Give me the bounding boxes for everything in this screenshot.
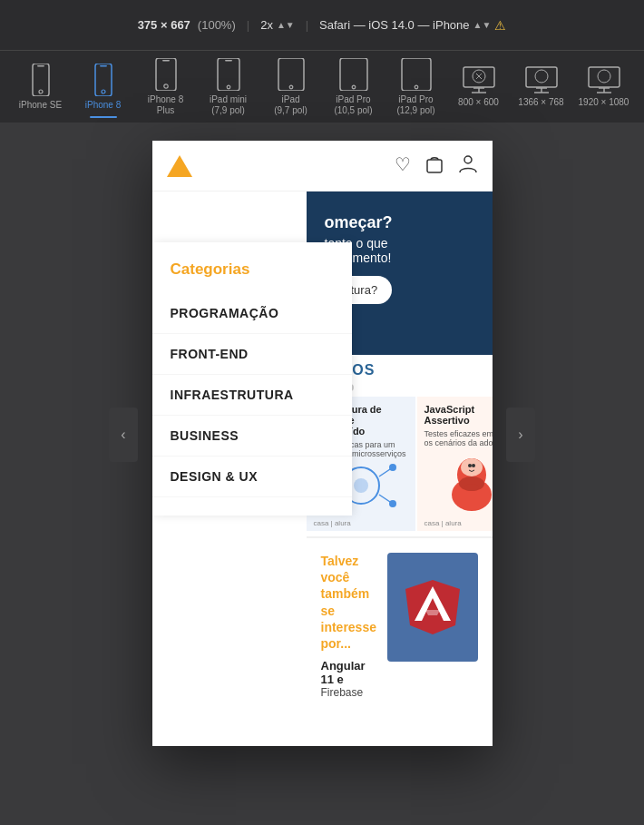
iphone-se-label: iPhone SE: [19, 100, 62, 111]
svg-rect-3: [95, 64, 112, 96]
iphone-8-plus-label: iPhone 8Plus: [148, 94, 183, 116]
browser-chevron-icon: ▲▼: [473, 20, 492, 30]
dropdown-item-programacao[interactable]: PROGRAMAÇÃO: [152, 293, 352, 334]
svg-rect-0: [33, 64, 49, 96]
dropdown-item-frontend[interactable]: FRONT-END: [152, 334, 352, 375]
browser-selector[interactable]: Safari — iOS 14.0 — iPhone ▲▼ ⚠: [319, 18, 506, 33]
dropdown-menu: Categorias PROGRAMAÇÃO FRONT-END INFRAES…: [152, 242, 352, 516]
svg-rect-35: [427, 160, 442, 172]
book-title-2: JavaScript Assertivo: [424, 404, 493, 426]
maybe-section: Talvez vocêtambém seinteressepor... Angu…: [307, 536, 493, 713]
zoom-level: (100%): [198, 18, 236, 32]
iphone-8-icon: [93, 64, 113, 96]
scroll-left-button[interactable]: ‹: [109, 408, 138, 462]
svg-point-51: [468, 464, 472, 467]
scroll-right-button[interactable]: ›: [506, 408, 535, 462]
device-selector-row: iPhone SE iPhone 8 iPhone 8Plus: [0, 50, 644, 123]
main-content: Categorias PROGRAMAÇÃO FRONT-END INFRAES…: [152, 192, 493, 746]
svg-rect-8: [162, 60, 170, 62]
dimensions-label: 375 × 667: [138, 18, 190, 32]
device-1366x768[interactable]: 1366 × 768: [510, 61, 572, 113]
svg-point-38: [354, 478, 368, 493]
device-iphone-8-plus[interactable]: iPhone 8Plus: [134, 53, 197, 122]
book-publisher-2: casa | alura: [424, 519, 462, 527]
ipad-label: iPad(9,7 pol): [274, 94, 307, 116]
simulator-area: ‹ ♡: [0, 123, 644, 746]
book-card-javascript[interactable]: JavaScript Assertivo Testes eficazes em …: [417, 397, 493, 531]
ipad-pro-129-label: iPad Pro(12,9 pol): [396, 94, 434, 116]
browser-label: Safari — iOS 14.0 — iPhone: [319, 18, 469, 32]
svg-point-15: [352, 85, 356, 89]
book-subtitle-2: Testes eficazes em todos os cenários da …: [424, 429, 493, 447]
device-iphone-8[interactable]: iPhone 8: [72, 58, 134, 116]
monitor-1366-icon: [525, 66, 558, 93]
device-ipad-pro-129[interactable]: iPad Pro(12,9 pol): [385, 53, 447, 122]
svg-point-4: [102, 90, 105, 93]
hero-text-1: omeçar?: [325, 213, 474, 232]
heart-icon[interactable]: ♡: [395, 153, 411, 178]
book-card-inner-2: JavaScript Assertivo Testes eficazes em …: [417, 397, 493, 531]
svg-point-1: [39, 90, 43, 93]
maybe-title: Talvez vocêtambém seinteressepor...: [321, 553, 376, 652]
maybe-product-sub: Firebase: [321, 686, 376, 699]
device-800x600[interactable]: 800 × 600: [447, 61, 510, 113]
device-ipad[interactable]: iPad(9,7 pol): [259, 53, 322, 122]
scale-chevron-icon: ▲▼: [277, 20, 295, 30]
svg-point-17: [415, 85, 418, 89]
nav-icons: ♡: [395, 153, 478, 178]
phone-frame: ♡ Categorias P: [152, 141, 493, 746]
dropdown-item-infraestrutura[interactable]: INFRAESTRUTURA: [152, 375, 352, 416]
dropdown-item-design[interactable]: DESIGN & UX: [152, 457, 352, 497]
iphone-se-icon: [31, 64, 51, 96]
svg-point-44: [389, 464, 396, 471]
svg-rect-5: [100, 65, 107, 67]
maybe-product-image: [387, 553, 478, 662]
ipad-mini-icon: [216, 58, 241, 91]
svg-point-46: [389, 500, 396, 507]
toolbar-info: 375 × 667 (100%) | 2x ▲▼ | Safari — iOS …: [138, 18, 507, 33]
toolbar: 375 × 667 (100%) | 2x ▲▼ | Safari — iOS …: [0, 0, 644, 50]
svg-point-49: [461, 458, 483, 476]
bag-icon[interactable]: [425, 153, 444, 178]
book-illustration-2: [444, 449, 493, 513]
device-1920x1080[interactable]: 1920 × 1080: [572, 61, 635, 113]
svg-point-36: [464, 156, 472, 163]
svg-point-53: [464, 484, 479, 491]
res-1366-label: 1366 × 768: [518, 97, 563, 108]
svg-rect-11: [225, 60, 232, 62]
angular-logo-icon: [401, 575, 464, 639]
svg-point-7: [163, 83, 167, 87]
ipad-pro-129-icon: [400, 58, 433, 91]
nav-bar: ♡: [152, 141, 493, 192]
ipad-pro-105-label: iPad Pro(10,5 pol): [334, 94, 372, 116]
user-icon[interactable]: [458, 153, 478, 178]
dropdown-item-business[interactable]: BUSINESS: [152, 416, 352, 457]
svg-rect-6: [156, 58, 176, 91]
svg-point-13: [289, 85, 293, 89]
monitor-1920-icon: [588, 66, 620, 93]
res-1920-label: 1920 × 1080: [579, 97, 629, 108]
maybe-product-title: Angular 11 e: [321, 659, 376, 686]
warning-icon: ⚠: [494, 18, 506, 33]
svg-rect-2: [37, 65, 44, 67]
res-800-label: 800 × 600: [458, 97, 499, 108]
svg-point-29: [535, 70, 548, 83]
ipad-mini-label: iPad mini(7,9 pol): [210, 94, 247, 116]
maybe-text-area: Talvez vocêtambém seinteressepor... Angu…: [321, 553, 376, 699]
iphone-8-plus-icon: [154, 58, 178, 91]
svg-point-52: [472, 464, 475, 467]
scale-value: 2x: [260, 18, 273, 32]
svg-point-34: [598, 70, 610, 83]
ipad-icon: [277, 58, 306, 91]
book-publisher-1: casa | alura: [314, 519, 351, 527]
ipad-pro-105-icon: [338, 58, 369, 91]
dropdown-title: Categorias: [152, 260, 352, 293]
svg-point-10: [227, 85, 230, 89]
device-ipad-mini[interactable]: iPad mini(7,9 pol): [197, 53, 259, 122]
scale-selector[interactable]: 2x ▲▼: [260, 18, 295, 32]
device-iphone-se[interactable]: iPhone SE: [9, 58, 72, 116]
device-ipad-pro-105[interactable]: iPad Pro(10,5 pol): [322, 53, 385, 122]
iphone-8-label: iPhone 8: [85, 100, 121, 111]
nav-logo: [167, 155, 192, 177]
monitor-800-icon: [463, 66, 495, 93]
